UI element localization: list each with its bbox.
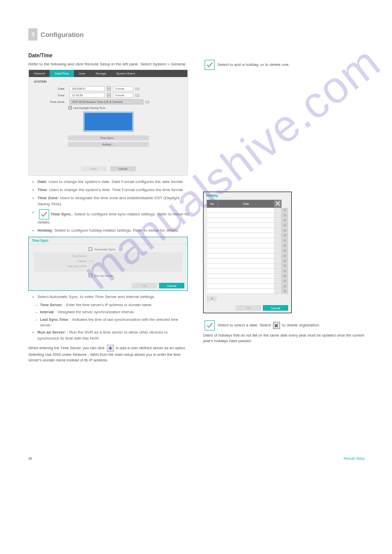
chapter-title: Configuration	[41, 31, 84, 39]
col-no: No.	[207, 200, 218, 208]
tab-bar: General Date/Time User Storage System Ev…	[29, 70, 187, 77]
date-dropdown[interactable]	[274, 238, 281, 243]
bullet-list-2: Select Automatic Sync. to enter Time Ser…	[32, 294, 190, 342]
date-format-chevron[interactable]	[135, 88, 139, 90]
table-row	[207, 228, 289, 233]
delete-row-button[interactable]	[281, 228, 288, 233]
delete-row-button[interactable]	[281, 269, 288, 274]
delete-row-button[interactable]	[281, 213, 288, 218]
delete-row-button[interactable]	[281, 218, 288, 223]
page-number: 28	[28, 457, 32, 460]
cancel-button[interactable]: Cancel	[159, 283, 184, 288]
check-icon	[205, 320, 215, 330]
table-row	[207, 238, 289, 243]
date-dropdown[interactable]	[274, 248, 281, 253]
table-row	[207, 213, 289, 218]
add-holiday-button[interactable]: +	[207, 296, 217, 301]
dst-checkbox[interactable]	[68, 106, 72, 109]
date-dropdown[interactable]	[274, 233, 281, 238]
cancel-button[interactable]: Cancel	[263, 305, 288, 311]
date-dropdown[interactable]	[274, 228, 281, 233]
delete-row-button[interactable]	[281, 258, 288, 264]
run-as-server-checkbox[interactable]	[89, 274, 92, 277]
plus-icon	[107, 345, 114, 352]
date-dropdown[interactable]	[274, 274, 281, 279]
table-row	[207, 258, 289, 264]
time-zone-select[interactable]: GMT-05:00 Eastern Time (US & Canada)	[69, 99, 143, 104]
interval-value: 1 hr.	[89, 260, 94, 263]
date-dropdown[interactable]	[274, 279, 281, 284]
tab-user[interactable]: User	[74, 70, 91, 77]
cancel-button[interactable]: Cancel	[110, 166, 136, 171]
time-server-label: Time Server	[38, 254, 87, 257]
time-sync-button[interactable]: Time Sync…	[68, 135, 149, 140]
date-dropdown[interactable]	[274, 269, 281, 274]
delete-row-button[interactable]	[281, 233, 288, 238]
tab-date-time[interactable]: Date/Time	[50, 70, 73, 77]
delete-row-button[interactable]	[281, 274, 288, 279]
date-dropdown[interactable]	[274, 284, 281, 289]
date-input[interactable]: 2015/09/17	[69, 86, 105, 91]
table-row	[207, 289, 289, 294]
time-format-chevron[interactable]	[135, 94, 139, 97]
delete-row-button[interactable]	[281, 248, 288, 253]
delete-row-button[interactable]	[281, 264, 288, 269]
delete-row-button[interactable]	[281, 253, 288, 258]
ok-button[interactable]: OK	[132, 283, 157, 288]
delete-row-button[interactable]	[281, 279, 288, 284]
date-dropdown[interactable]	[274, 213, 281, 218]
time-input[interactable]: 12:03:39	[69, 93, 105, 98]
date-label: Date	[34, 87, 64, 90]
world-map[interactable]	[83, 112, 134, 132]
delete-row-button[interactable]	[281, 208, 288, 213]
table-row	[207, 264, 289, 269]
date-dropdown[interactable]	[274, 253, 281, 258]
date-format-select[interactable]: Format	[113, 86, 133, 91]
footer-label: Remote Setup	[343, 457, 365, 460]
time-zone-label: Time Zone	[34, 100, 64, 103]
date-dropdown[interactable]	[274, 218, 281, 223]
delete-row-button[interactable]	[281, 289, 288, 294]
chapter-number: 3	[28, 28, 37, 41]
table-row	[207, 208, 289, 213]
table-row	[207, 248, 289, 253]
date-stepper[interactable]	[107, 86, 111, 91]
delete-row-button[interactable]	[281, 243, 288, 248]
check-icon	[39, 209, 49, 219]
date-dropdown[interactable]	[274, 208, 281, 213]
tab-storage[interactable]: Storage	[90, 70, 111, 77]
save-button[interactable]: Save	[81, 166, 106, 171]
bullet-list-1: Date: Used to change the system's date. …	[32, 179, 190, 234]
holiday-note-2: Dates of holidays that do not fall on th…	[203, 333, 365, 344]
date-dropdown[interactable]	[274, 258, 281, 264]
tab-system-event[interactable]: System Event	[111, 70, 140, 77]
date-dropdown[interactable]	[274, 264, 281, 269]
dst-label: Use Daylight Saving Time	[73, 106, 105, 109]
delete-row-button[interactable]	[281, 223, 288, 228]
col-delete[interactable]	[274, 200, 281, 208]
chapter-header: 3 Configuration	[28, 28, 365, 41]
time-stepper[interactable]	[107, 93, 111, 98]
screenshot-time-sync-dialog: Time Sync. Automatic Sync. Time Server I…	[28, 237, 188, 291]
date-dropdown[interactable]	[274, 289, 281, 294]
intro-text: Refer to the following and click Remote …	[28, 61, 190, 67]
time-format-select[interactable]: Format	[113, 93, 133, 98]
table-row	[207, 274, 289, 279]
table-row	[207, 243, 289, 248]
delete-row-button[interactable]	[281, 238, 288, 243]
table-row	[207, 233, 289, 238]
section-title: Date/Time	[28, 53, 190, 58]
ok-button[interactable]: OK	[236, 305, 261, 311]
tab-general[interactable]: General	[29, 70, 50, 77]
date-dropdown[interactable]	[274, 243, 281, 248]
table-row	[207, 279, 289, 284]
holiday-button[interactable]: Holiday…	[68, 142, 149, 147]
last-sync-label: Last Sync-Time	[38, 265, 87, 268]
screenshot-holiday-dialog: Holiday No. Date	[203, 192, 292, 313]
time-zone-chevron[interactable]	[145, 101, 149, 103]
date-dropdown[interactable]	[274, 223, 281, 228]
automatic-sync-checkbox[interactable]	[89, 247, 92, 251]
interval-label: Interval	[38, 260, 87, 263]
time-label: Time	[34, 94, 64, 97]
delete-row-button[interactable]	[281, 284, 288, 289]
